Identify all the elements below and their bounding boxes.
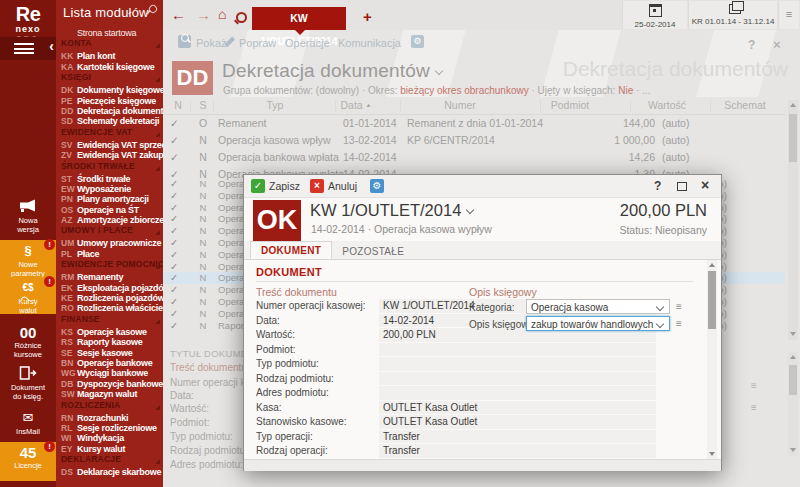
strip-item-nowa-wersja[interactable]: Nowa wersja xyxy=(0,196,56,238)
sidebar-section-header[interactable]: ŚRODKI TRWAŁE ◢ xyxy=(56,161,163,172)
sidebar-item[interactable]: RORozliczenia właścicielskie xyxy=(56,301,163,311)
field-options-button[interactable]: ≡ xyxy=(751,380,757,391)
current-date-button[interactable]: 25-02-2014 xyxy=(622,1,687,29)
save-button[interactable]: Zapisz xyxy=(269,180,300,192)
table-scrollbar[interactable] xyxy=(788,100,798,340)
sidebar-item[interactable]: DSDeklaracje skarbowe xyxy=(56,465,163,475)
strip-item-kursy-walut[interactable]: ! €$ Kursy walut xyxy=(0,277,56,314)
strip-item-roznice-kursowe[interactable]: 00 Różnice kursowe xyxy=(0,322,56,362)
dialog-title[interactable]: KW 1/OUTLET/2014 xyxy=(310,201,473,220)
field-value[interactable]: Transfer xyxy=(379,430,656,444)
sidebar-item[interactable]: STŚrodki trwałe xyxy=(56,172,163,182)
sidebar-item[interactable]: PEPieczęcie księgowe xyxy=(56,94,163,104)
home-button[interactable]: ⌂ xyxy=(218,6,226,22)
strip-item-nowe-parametry[interactable]: ! § Nowe parametry xyxy=(0,240,56,277)
sidebar-section-header[interactable]: KSIĘGI ◢ xyxy=(56,72,163,83)
detail-tab-tytul[interactable]: TYTUŁ xyxy=(170,348,202,359)
field-value[interactable]: OUTLET Kasa Outlet xyxy=(379,401,656,415)
sidebar-item[interactable]: RLSesje rozliczeniowe xyxy=(56,421,163,431)
sidebar-section-header[interactable]: KONTA ◢ xyxy=(56,38,163,49)
sidebar-item[interactable]: KAKartoteki księgowe xyxy=(56,60,163,70)
strip-item-licencje[interactable]: ! 45 Licencje xyxy=(0,442,56,481)
sidebar-item[interactable]: KERozliczenia pojazdów xyxy=(56,291,163,301)
forward-button[interactable]: → xyxy=(196,6,211,23)
settings-gear-icon[interactable]: ⚙ xyxy=(370,179,384,193)
sidebar-item[interactable]: KSOperacje kasowe xyxy=(56,325,163,335)
sidebar-item[interactable]: ZVEwidencja VAT zakupu xyxy=(56,148,163,158)
column-header-typ[interactable]: Typ xyxy=(267,99,284,111)
table-row[interactable]: ✓ O Remanent 01-01-2014 Remanent z dnia … xyxy=(163,115,785,132)
column-header-numer[interactable]: Numer xyxy=(444,99,476,111)
sidebar-section-header[interactable]: EWIDENCJE POMOCNICZE ◢ xyxy=(56,259,163,270)
dialog-tab[interactable]: POZOSTAŁE xyxy=(332,243,414,259)
sidebar-item[interactable]: PNPlany amortyzacji xyxy=(56,192,163,202)
dropdown-field[interactable]: Operacja kasowa xyxy=(526,299,670,314)
strip-item-insmail[interactable]: ✉ InsMail xyxy=(0,407,56,441)
field-options-button[interactable]: ≡ xyxy=(751,402,757,413)
field-options-button[interactable]: ≡ xyxy=(676,318,682,329)
back-button[interactable]: ← xyxy=(171,6,186,23)
dialog-help-button[interactable]: ? xyxy=(654,179,661,193)
field-value[interactable]: OUTLET Kasa Outlet xyxy=(379,415,656,429)
field-value[interactable] xyxy=(379,372,656,386)
column-header-schemat[interactable]: Schemat xyxy=(724,99,765,111)
help-button[interactable]: ? xyxy=(748,38,755,52)
module-menu-button[interactable]: ‹ xyxy=(0,37,56,60)
accounting-period-button[interactable]: KR 01.01.14 - 31.12.14 xyxy=(688,1,777,29)
sidebar-section-header[interactable]: UMOWY I PŁACE ◢ xyxy=(56,225,163,236)
new-tab-button[interactable]: + xyxy=(363,8,372,25)
sidebar-item[interactable]: DDDekretacja dokumentów xyxy=(56,104,163,114)
column-header-n[interactable]: N xyxy=(174,99,182,111)
sidebar-item[interactable]: SDSchematy dekretacji xyxy=(56,114,163,124)
view-filter-summary[interactable]: Grupa dokumentów: (dowolny) · Okres: bie… xyxy=(223,85,650,96)
operations-menu[interactable]: Operacje xyxy=(285,37,330,49)
settings-gear-icon[interactable]: ⚙ xyxy=(411,35,424,48)
field-value[interactable]: Transfer xyxy=(379,444,656,458)
field-value[interactable] xyxy=(379,357,656,371)
dialog-maximize-button[interactable] xyxy=(677,182,687,191)
table-row[interactable]: ✓ N Operacja bankowa wpłata 14-02-2014 1… xyxy=(163,149,785,166)
sidebar-section-header[interactable]: ROZLICZENIA ◢ xyxy=(56,400,163,411)
sidebar-item[interactable]: SVEwidencja VAT sprzedaży xyxy=(56,138,163,148)
sidebar-item[interactable]: EKEksploatacja pojazdów xyxy=(56,281,163,291)
column-header-data[interactable]: Data ▲ xyxy=(340,99,371,111)
field-value[interactable] xyxy=(379,386,656,400)
cancel-button[interactable]: Anuluj xyxy=(328,180,357,192)
edit-button[interactable]: Popraw xyxy=(239,37,276,49)
table-row[interactable]: ✓ N Operacja kasowa wpływ 13-02-2014 KP … xyxy=(163,132,785,149)
sidebar-section-header[interactable]: EWIDENCJE VAT ◢ xyxy=(56,127,163,138)
document-tab[interactable]: KW 1/OUTLET/2014 xyxy=(252,7,346,30)
search-button[interactable] xyxy=(236,9,247,26)
sidebar-item[interactable]: RMRemanenty xyxy=(56,270,163,280)
show-button[interactable]: Pokaż xyxy=(196,37,227,49)
sidebar-item[interactable]: EYKursy walut xyxy=(56,442,163,452)
sidebar-item[interactable]: AZAmortyzacje zbiorcze xyxy=(56,213,163,223)
dialog-scrollbar[interactable] xyxy=(707,260,717,459)
field-value[interactable] xyxy=(379,343,656,357)
sidebar-item[interactable]: KKPlan kont xyxy=(56,49,163,59)
sidebar-item[interactable]: DBDyspozycje bankowe xyxy=(56,377,163,387)
sidebar-item[interactable]: SESesje kasowe xyxy=(56,346,163,356)
topbar-menu-button[interactable]: ≡ xyxy=(778,1,799,29)
sidebar-item[interactable]: DKDokumenty księgowe xyxy=(56,83,163,93)
column-header-wartosc[interactable]: Wartość xyxy=(648,99,686,111)
sidebar-item[interactable]: EWWyposażenie xyxy=(56,182,163,192)
communication-menu[interactable]: Komunikacja xyxy=(338,37,401,49)
view-title[interactable]: Dekretacja dokumentów xyxy=(222,60,442,82)
sidebar-item[interactable]: WGWyciągi bankowe xyxy=(56,366,163,376)
detail-scrollbar[interactable] xyxy=(788,352,798,456)
sidebar-item-strona-startowa[interactable]: Strona startowa xyxy=(56,26,163,36)
dialog-tab[interactable]: DOKUMENT xyxy=(250,241,332,259)
sidebar-item[interactable]: UMUmowy pracownicze xyxy=(56,236,163,246)
sidebar-section-header[interactable]: DEKLARACJE ◢ xyxy=(56,454,163,465)
sidebar-item[interactable]: RNRozrachunki xyxy=(56,411,163,421)
strip-item-dokument-do-ksieg[interactable]: Dokument do księg. xyxy=(0,363,56,403)
pin-icon[interactable] xyxy=(147,3,158,14)
column-header-podmiot[interactable]: Podmiot xyxy=(551,99,590,111)
field-options-button[interactable]: ≡ xyxy=(676,301,682,312)
close-view-button[interactable]: × xyxy=(773,37,781,52)
dialog-close-button[interactable]: × xyxy=(701,177,709,193)
sidebar-item[interactable]: BNOperacje bankowe xyxy=(56,356,163,366)
dropdown-field[interactable]: zakup towarów handlowych xyxy=(526,316,670,331)
sidebar-section-header[interactable]: FINANSE ◢ xyxy=(56,314,163,325)
